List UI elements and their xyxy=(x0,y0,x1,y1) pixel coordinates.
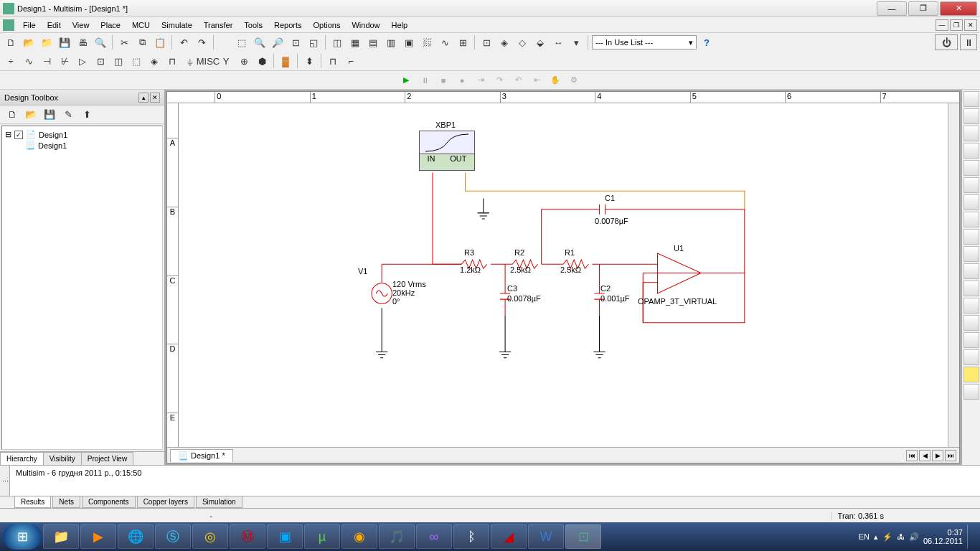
switch-on-icon[interactable]: ⏻ xyxy=(935,34,958,50)
instrument-bode-icon[interactable] xyxy=(963,177,979,193)
menu-transfer[interactable]: Transfer xyxy=(198,19,239,31)
tab-copper[interactable]: Copper layers xyxy=(137,496,194,508)
close-button[interactable]: ✕ xyxy=(940,1,977,16)
tool-a-icon[interactable]: ◫ xyxy=(329,34,345,50)
record-button[interactable]: ● xyxy=(454,72,470,88)
zoom-area-icon[interactable]: ◱ xyxy=(306,34,321,50)
task-skype-icon[interactable]: Ⓢ xyxy=(155,524,191,549)
comp-ind-icon[interactable]: ⊓ xyxy=(164,53,180,69)
instrument-xbp1[interactable]: IN OUT xyxy=(419,131,475,171)
start-button[interactable]: ⊞ xyxy=(3,524,42,550)
comp-electro-icon[interactable]: ⊕ xyxy=(236,53,252,69)
task-app3-icon[interactable]: ∞ xyxy=(416,524,452,549)
open2-icon[interactable]: 📁 xyxy=(39,34,55,50)
comp-ttl-icon[interactable]: ⊡ xyxy=(93,53,108,69)
tab-scroll-next-icon[interactable]: ▶ xyxy=(932,450,943,461)
open-icon[interactable]: 📂 xyxy=(21,34,37,50)
breakpoint-icon[interactable]: ✋ xyxy=(547,72,563,88)
comp-source-icon[interactable]: ÷ xyxy=(3,53,19,69)
comp-opamp-icon[interactable]: ▷ xyxy=(75,53,90,69)
task-app2-icon[interactable]: 🎵 xyxy=(379,524,415,549)
instrument-tek-icon[interactable] xyxy=(963,349,979,365)
tray-arrow-icon[interactable]: ▴ xyxy=(874,532,878,542)
tray-battery-icon[interactable]: ⚡ xyxy=(882,532,892,542)
step-back-icon[interactable]: ⇤ xyxy=(529,72,545,88)
spreadsheet-handle[interactable]: ⋮ xyxy=(0,466,10,496)
print-icon[interactable]: 🖶 xyxy=(75,34,90,50)
task-app1-icon[interactable]: ◎ xyxy=(192,524,228,549)
instrument-funcgen-icon[interactable] xyxy=(963,108,979,124)
task-explorer-icon[interactable]: 📁 xyxy=(43,524,79,549)
place-bus-icon[interactable]: ▓ xyxy=(278,53,293,69)
step-in-icon[interactable]: ⇥ xyxy=(473,72,489,88)
instrument-net-icon[interactable] xyxy=(963,315,979,331)
menu-help[interactable]: Help xyxy=(386,19,414,31)
pause-button[interactable]: ⏸ xyxy=(417,72,433,88)
step-over-icon[interactable]: ↷ xyxy=(491,72,507,88)
instrument-iv-icon[interactable] xyxy=(963,263,979,279)
toolbox-rename-icon[interactable]: ✎ xyxy=(60,107,76,123)
comp-mixed-icon[interactable]: ◈ xyxy=(146,53,162,69)
tab-nets[interactable]: Nets xyxy=(52,496,80,508)
task-word-icon[interactable]: W xyxy=(528,524,564,549)
copy-icon[interactable]: ⧉ xyxy=(134,34,150,50)
task-mcafee-icon[interactable]: Ⓜ xyxy=(230,524,265,549)
instrument-current-icon[interactable] xyxy=(963,367,979,382)
menu-tools[interactable]: Tools xyxy=(238,19,268,31)
instrument-scope-icon[interactable] xyxy=(963,143,979,159)
tool-n-icon[interactable]: ▾ xyxy=(568,34,584,50)
schematic-canvas[interactable]: IN OUT XBP1 V1 120 Vrms 20kHz 0° R3 1.2k… xyxy=(179,103,948,447)
mdi-minimize[interactable]: — xyxy=(936,19,948,31)
tool-f-icon[interactable]: ⛆ xyxy=(419,34,435,50)
instrument-logicconv-icon[interactable] xyxy=(963,246,979,262)
toolbox-save-icon[interactable]: 💾 xyxy=(42,107,57,123)
menu-edit[interactable]: Edit xyxy=(42,19,67,31)
tool-e-icon[interactable]: ▣ xyxy=(401,34,417,50)
instrument-ag-icon[interactable] xyxy=(963,332,979,348)
show-desktop-button[interactable] xyxy=(967,524,973,549)
instrument-logic-icon[interactable] xyxy=(963,229,979,245)
tree-child[interactable]: 📃 Design1 xyxy=(5,140,159,151)
switch-pause-icon[interactable]: ⏸ xyxy=(960,34,977,50)
instrument-lab-icon[interactable] xyxy=(963,384,979,400)
comp-misc-icon[interactable]: ⬚ xyxy=(128,53,144,69)
menu-window[interactable]: Window xyxy=(346,19,385,31)
junction-icon[interactable]: ⌐ xyxy=(343,53,359,69)
minimize-button[interactable]: — xyxy=(877,1,907,16)
canvas-scrollbar-v[interactable] xyxy=(948,103,959,447)
tool-l-icon[interactable]: ⬙ xyxy=(532,34,548,50)
zoom-out-icon[interactable]: 🔎 xyxy=(270,34,286,50)
menu-place[interactable]: Place xyxy=(95,19,126,31)
run-button[interactable]: ▶ xyxy=(398,72,414,88)
task-media-icon[interactable]: ▶ xyxy=(80,524,116,549)
zoom-in-icon[interactable]: 🔍 xyxy=(252,34,268,50)
step-out-icon[interactable]: ↶ xyxy=(510,72,526,88)
toolbox-open-icon[interactable]: 📂 xyxy=(23,107,39,123)
menu-simulate[interactable]: Simulate xyxy=(156,19,198,31)
tab-project-view[interactable]: Project View xyxy=(81,452,133,465)
instrument-spec-icon[interactable] xyxy=(963,298,979,314)
tab-scroll-last-icon[interactable]: ⏭ xyxy=(945,450,956,461)
tab-scroll-first-icon[interactable]: ⏮ xyxy=(906,450,918,461)
paste-icon[interactable]: 📋 xyxy=(152,34,168,50)
instrument-wattmeter-icon[interactable] xyxy=(963,126,979,141)
tool-i-icon[interactable]: ⊡ xyxy=(479,34,494,50)
comp-resistor-icon[interactable]: ∿ xyxy=(21,53,37,69)
stop-button[interactable]: ■ xyxy=(435,72,451,88)
instrument-multimeter-icon[interactable] xyxy=(963,91,979,107)
help-icon[interactable]: ? xyxy=(699,34,715,50)
redo-icon[interactable]: ↷ xyxy=(194,34,209,50)
toolbox-pin-icon[interactable]: ▴ xyxy=(138,93,149,103)
comp-diode-icon[interactable]: ⊣ xyxy=(39,53,55,69)
preview-icon[interactable]: 🔍 xyxy=(93,34,108,50)
task-bluetooth-icon[interactable]: ᛒ xyxy=(453,524,489,549)
toolbox-up-icon[interactable]: ⬆ xyxy=(79,107,95,123)
task-kmp-icon[interactable]: ▣ xyxy=(267,524,303,549)
comp-misc2-icon[interactable]: MISC xyxy=(200,53,216,69)
connector-icon[interactable]: ⊓ xyxy=(325,53,341,69)
task-app4-icon[interactable]: ◢ xyxy=(491,524,527,549)
menu-options[interactable]: Options xyxy=(308,19,347,31)
comp-power-icon[interactable]: ⏚ xyxy=(182,53,198,69)
tab-scroll-prev-icon[interactable]: ◀ xyxy=(919,450,930,461)
tab-hierarchy[interactable]: Hierarchy xyxy=(0,452,44,465)
